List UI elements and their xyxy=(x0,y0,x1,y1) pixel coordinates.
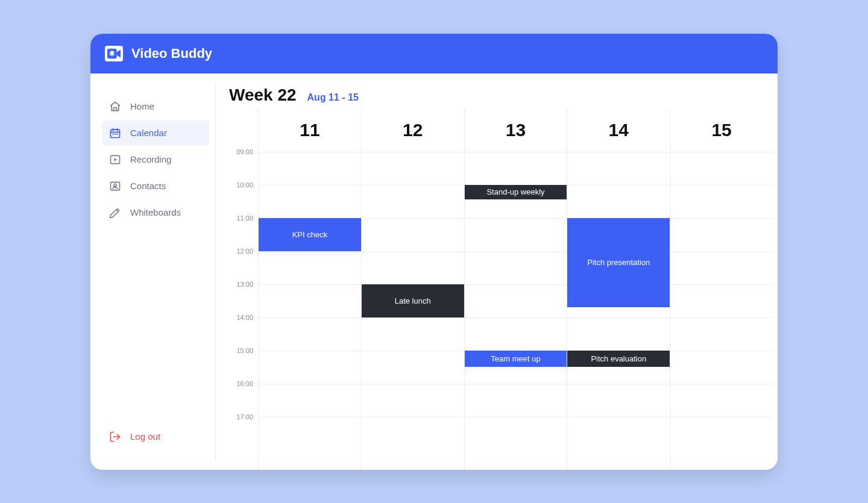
sidebar-item-label: Recording xyxy=(130,154,171,164)
sidebar-item-whiteboards[interactable]: Whiteboards xyxy=(102,200,209,225)
time-label: 14:00 xyxy=(236,314,253,321)
sidebar-item-recording[interactable]: Recording xyxy=(102,147,209,172)
contacts-icon xyxy=(108,180,122,193)
calendar-icon xyxy=(108,127,122,140)
main-panel: Week 22 Aug 11 - 15 09:0010:0011:0012:00… xyxy=(216,73,778,470)
calendar-event[interactable]: Pitch evaluation xyxy=(567,351,670,367)
date-range: Aug 11 - 15 xyxy=(307,92,359,103)
logout-button[interactable]: Log out xyxy=(102,424,209,449)
time-label: 11:00 xyxy=(236,214,253,222)
calendar-event[interactable]: Pitch presentation xyxy=(567,218,670,308)
day-column: 12Late lunch xyxy=(361,108,464,470)
sidebar-item-label: Home xyxy=(130,101,154,111)
week-label: Week 22 xyxy=(229,86,297,105)
calendar-header: Week 22 Aug 11 - 15 xyxy=(225,86,773,105)
svg-point-10 xyxy=(117,134,118,134)
sidebar-item-label: Calendar xyxy=(130,128,167,138)
whiteboard-icon xyxy=(108,206,122,219)
titlebar: Video Buddy xyxy=(90,34,778,73)
time-gutter: 09:0010:0011:0012:0013:0014:0015:0016:00… xyxy=(225,108,258,470)
sidebar-item-home[interactable]: Home xyxy=(102,94,209,119)
time-label: 09:00 xyxy=(236,148,253,155)
time-label: 12:00 xyxy=(236,248,253,255)
time-label: 13:00 xyxy=(236,281,253,288)
time-label: 15:00 xyxy=(236,347,253,354)
day-columns: 11KPI check12Late lunch13Stand-up weekly… xyxy=(258,108,773,470)
svg-marker-12 xyxy=(114,158,117,161)
app-window: Video Buddy HomeCalendarRecordingContact… xyxy=(90,34,778,470)
time-label: 17:00 xyxy=(236,413,253,420)
logout-label: Log out xyxy=(130,431,160,442)
home-icon xyxy=(108,100,122,113)
day-number: 15 xyxy=(670,108,773,152)
day-number: 14 xyxy=(567,108,670,152)
app-title: Video Buddy xyxy=(131,46,212,61)
sidebar-item-label: Whiteboards xyxy=(130,207,181,217)
svg-point-14 xyxy=(114,184,116,186)
calendar-event[interactable]: KPI check xyxy=(259,218,361,251)
sidebar-item-calendar[interactable]: Calendar xyxy=(102,120,209,146)
svg-point-8 xyxy=(113,134,113,134)
day-number: 13 xyxy=(465,108,567,152)
calendar-event[interactable]: Team meet up xyxy=(465,351,567,367)
time-label: 16:00 xyxy=(236,380,253,387)
logout-icon xyxy=(108,430,122,443)
day-column: 11KPI check xyxy=(258,108,361,470)
day-column: 14Pitch presentationPitch evaluation xyxy=(567,108,670,470)
svg-point-9 xyxy=(115,134,116,134)
app-logo-icon xyxy=(105,46,123,61)
sidebar-item-contacts[interactable]: Contacts xyxy=(102,173,209,199)
calendar-event[interactable]: Stand-up weekly xyxy=(465,185,567,200)
calendar-event[interactable]: Late lunch xyxy=(362,284,464,317)
nav-list: HomeCalendarRecordingContactsWhiteboards xyxy=(102,94,209,225)
calendar-grid: 09:0010:0011:0012:0013:0014:0015:0016:00… xyxy=(225,108,773,470)
day-number: 11 xyxy=(259,108,361,152)
day-column: 13Stand-up weeklyTeam meet up xyxy=(464,108,567,470)
day-column: 15 xyxy=(670,108,773,470)
sidebar: HomeCalendarRecordingContactsWhiteboards… xyxy=(96,83,216,460)
sidebar-item-label: Contacts xyxy=(130,181,166,191)
time-label: 10:00 xyxy=(236,181,253,189)
day-number: 12 xyxy=(362,108,464,152)
recording-icon xyxy=(108,153,122,166)
